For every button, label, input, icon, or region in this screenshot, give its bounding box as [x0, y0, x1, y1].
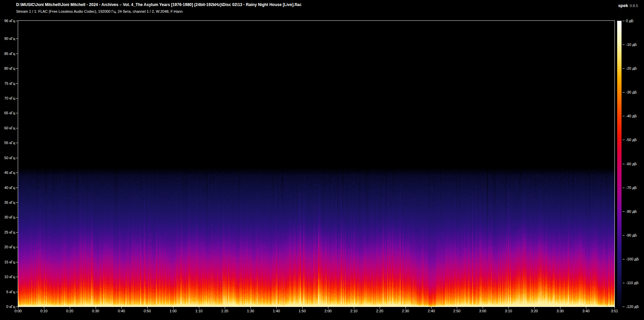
- time-tick-label: 0:20: [66, 309, 73, 313]
- freq-tick: [16, 173, 18, 173]
- time-tick: [380, 307, 380, 309]
- freq-tick-label: 55 кГц: [4, 141, 15, 145]
- time-tick: [534, 307, 535, 309]
- time-tick-label: 2:40: [428, 309, 435, 313]
- db-tick-label: -30 дБ: [626, 90, 637, 94]
- time-tick: [457, 307, 457, 309]
- time-tick-label: 0:10: [40, 309, 47, 313]
- freq-tick-label: 35 кГц: [4, 200, 15, 204]
- app-name: spek: [618, 3, 628, 8]
- freq-tick: [16, 83, 18, 84]
- freq-tick-label: 50 кГц: [4, 156, 15, 160]
- time-tick: [199, 307, 199, 309]
- time-tick-label: 1:30: [247, 309, 254, 313]
- freq-tick-label: 80 кГц: [4, 66, 15, 70]
- freq-tick: [16, 128, 18, 128]
- freq-tick-label: 60 кГц: [4, 126, 15, 130]
- db-tick: [623, 21, 625, 21]
- time-tick: [225, 307, 225, 309]
- time-tick-label: 3:20: [531, 309, 538, 313]
- freq-tick: [16, 98, 18, 99]
- db-tick: [623, 68, 625, 69]
- freq-tick-label: 90 кГц: [4, 37, 15, 41]
- time-tick: [483, 307, 483, 309]
- db-tick-label: -10 дБ: [626, 43, 637, 47]
- freq-tick-label: 5 кГц: [6, 290, 15, 294]
- freq-tick: [16, 277, 18, 277]
- db-tick: [623, 307, 625, 307]
- freq-tick: [16, 143, 18, 143]
- time-tick-label: 2:30: [402, 309, 409, 313]
- freq-tick: [16, 188, 18, 188]
- db-tick-label: -60 дБ: [626, 162, 637, 166]
- db-tick: [623, 45, 625, 45]
- db-tick-label: -50 дБ: [626, 138, 637, 142]
- freq-tick-label: 15 кГц: [4, 260, 15, 264]
- time-tick-label: 2:20: [376, 309, 383, 313]
- time-tick-label: 1:00: [169, 309, 176, 313]
- db-tick: [623, 211, 625, 212]
- db-tick-label: -20 дБ: [626, 66, 637, 70]
- time-tick: [560, 307, 560, 309]
- freq-tick-label: 10 кГц: [4, 275, 15, 279]
- db-tick-label: -90 дБ: [626, 233, 637, 237]
- freq-tick-label: 0 кГц: [6, 305, 15, 309]
- freq-tick-label: 85 кГц: [4, 52, 15, 56]
- freq-tick: [16, 307, 18, 307]
- time-tick-label: 1:20: [221, 309, 228, 313]
- freq-tick: [16, 292, 18, 292]
- time-tick-label: 3:51: [611, 309, 618, 313]
- db-tick-label: -40 дБ: [626, 114, 637, 118]
- time-tick: [121, 307, 122, 309]
- freq-tick: [16, 54, 18, 54]
- freq-tick-label: 65 кГц: [4, 111, 15, 115]
- db-tick: [623, 116, 625, 116]
- freq-tick: [16, 113, 18, 113]
- db-tick-label: -120 дБ: [626, 305, 639, 309]
- time-tick-label: 2:00: [324, 309, 331, 313]
- time-tick: [147, 307, 148, 309]
- time-tick: [44, 307, 44, 309]
- freq-tick: [16, 68, 18, 69]
- time-tick-label: 0:40: [118, 309, 125, 313]
- freq-tick-label: 25 кГц: [4, 230, 15, 234]
- time-tick-label: 2:50: [453, 309, 460, 313]
- app-brand: spek0.8.5: [618, 2, 638, 8]
- time-tick: [328, 307, 328, 309]
- time-tick: [406, 307, 406, 309]
- db-tick: [623, 92, 625, 92]
- time-tick-label: 2:10: [350, 309, 357, 313]
- time-tick-label: 3:10: [505, 309, 512, 313]
- freq-tick: [16, 217, 18, 217]
- db-tick: [623, 140, 625, 140]
- stream-info: Stream 1 / 1: FLAC (Free Lossless Audio …: [16, 9, 183, 13]
- freq-tick: [16, 247, 18, 247]
- db-tick-label: 0 дБ: [626, 19, 634, 23]
- freq-tick-label: 40 кГц: [4, 186, 15, 190]
- freq-tick-label: 96 кГц: [4, 19, 15, 23]
- db-tick: [623, 259, 625, 259]
- file-path-title: D:\MUSIC\Joni Mitchell\Joni Mitchell - 2…: [16, 2, 302, 7]
- freq-tick: [16, 158, 18, 158]
- db-tick: [623, 188, 625, 188]
- spek-window: D:\MUSIC\Joni Mitchell\Joni Mitchell - 2…: [0, 0, 644, 320]
- time-tick-label: 0:00: [14, 309, 21, 313]
- time-tick: [251, 307, 251, 309]
- time-tick-label: 1:40: [273, 309, 280, 313]
- time-tick: [96, 307, 96, 309]
- db-tick-label: -70 дБ: [626, 186, 637, 190]
- db-tick-label: -100 дБ: [626, 257, 639, 261]
- freq-tick-label: 70 кГц: [4, 96, 15, 100]
- freq-tick: [16, 39, 18, 39]
- time-tick-label: 3:30: [556, 309, 564, 313]
- db-tick-label: -80 дБ: [626, 209, 637, 213]
- time-tick-label: 1:10: [195, 309, 202, 313]
- time-tick: [173, 307, 173, 309]
- freq-tick: [16, 232, 18, 233]
- spectrogram-canvas: [18, 21, 614, 307]
- freq-tick: [16, 202, 18, 203]
- app-version: 0.8.5: [630, 4, 638, 8]
- db-tick: [623, 164, 625, 164]
- time-tick: [614, 307, 615, 309]
- time-tick: [431, 307, 432, 309]
